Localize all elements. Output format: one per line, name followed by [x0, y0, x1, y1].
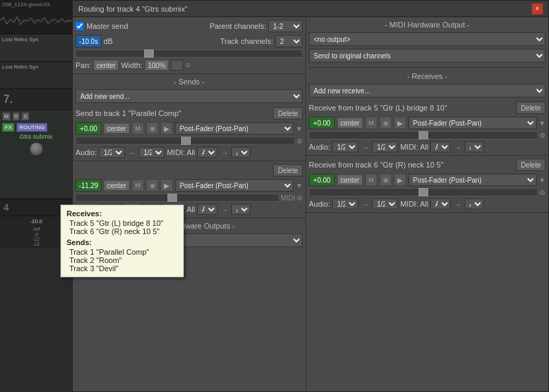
receive1-phase-button[interactable]: ⊕ — [379, 117, 392, 129]
receive1-slider[interactable] — [309, 131, 538, 139]
receive2-slider[interactable] — [309, 188, 538, 196]
track1-label: Lost Retro Syn — [2, 36, 70, 43]
right-panel: - MIDI Hardware Output - <no output> Sen… — [306, 17, 548, 391]
receive1-play-button[interactable]: ▶ — [394, 117, 406, 129]
send1-play-button[interactable]: ▶ — [161, 122, 173, 135]
parent-channels-select[interactable]: 1-2 — [268, 20, 303, 32]
r-button[interactable]: R — [12, 112, 21, 121]
send1-gear-icon[interactable]: ⚙ — [296, 137, 303, 145]
send1-mode-select[interactable]: Post-Fader (Post-Pan) — [175, 122, 294, 135]
midi-hw-channel-select[interactable]: Send to original channels — [309, 49, 546, 62]
receives-section: - Receives - Add new receive... Receive … — [306, 70, 548, 213]
dialog-title: Routing for track 4 "Gtrs submix" — [78, 5, 187, 13]
midi-hw-label: - MIDI Hardware Output - — [306, 19, 548, 31]
receive2-mode-select[interactable]: Post-Fader (Post-Pan) — [408, 174, 537, 186]
db12-label: -12 — [32, 237, 39, 242]
receive2-phase-button[interactable]: ⊕ — [379, 174, 392, 186]
receive1-midi-arrow: → — [453, 143, 463, 151]
s-button[interactable]: S — [21, 112, 29, 121]
track-channels-select[interactable]: 2 — [275, 35, 303, 47]
width-label: Width: — [121, 61, 142, 69]
send2-gear-icon[interactable]: ⚙ — [296, 194, 303, 202]
receive1-all-select[interactable]: All — [465, 141, 484, 152]
receive1-block: Receive from track 5 "Gtr (L) bridge 8 1… — [306, 99, 548, 156]
send2-play-button[interactable]: ▶ — [161, 179, 173, 192]
receives-section-label: - Receives - — [306, 70, 548, 82]
tooltip-popup: Receives: Track 5 "Gtr (L) bridge 8 10" … — [60, 205, 184, 277]
receive1-value[interactable]: +0.00 — [309, 117, 335, 129]
receive1-audio-label: Audio: — [309, 143, 330, 151]
send1-slider[interactable] — [75, 137, 295, 145]
fx-button[interactable]: FX — [2, 123, 14, 132]
receive2-pan-button[interactable]: center — [337, 174, 363, 185]
send2-slider[interactable] — [75, 194, 279, 202]
receive1-gear-icon[interactable]: ⚙ — [539, 132, 546, 139]
width-button[interactable]: 100% — [145, 60, 170, 71]
send2-midi-select[interactable]: All — [197, 204, 218, 215]
send1-dropdown-arrow[interactable]: ▼ — [296, 125, 303, 132]
receive1-pan-button[interactable]: center — [337, 117, 363, 128]
receive2-delete-button[interactable]: Delete — [516, 159, 546, 171]
receive2-dropdown-arrow[interactable]: ▼ — [539, 176, 546, 184]
send1-audio-in[interactable]: 1/2 — [99, 147, 125, 158]
track2-label: Lost Retro Syn — [2, 64, 70, 70]
send2-midi-arrow: → — [220, 206, 229, 214]
m-button[interactable]: M — [2, 112, 11, 121]
midi-hw-section: - MIDI Hardware Output - <no output> Sen… — [306, 17, 548, 65]
receive1-arrow: → — [360, 143, 370, 151]
pan-label: Pan: — [75, 61, 91, 69]
pan-button[interactable]: center — [93, 60, 119, 71]
receive2-audio-in[interactable]: 1/2 — [332, 198, 358, 209]
master-send-checkbox-label[interactable]: Master send — [75, 22, 128, 30]
send1-delete-button[interactable]: Delete — [273, 107, 303, 119]
receive1-m-button[interactable]: M — [365, 117, 377, 129]
gear-icon-master[interactable]: ⚙ — [185, 62, 191, 69]
master-send-checkbox[interactable] — [75, 22, 84, 30]
add-send-select[interactable]: Add new send... — [75, 89, 303, 103]
receive2-play-button[interactable]: ▶ — [394, 174, 406, 186]
track-channels-label: Track channels: — [220, 37, 273, 45]
receive2-gear-icon[interactable]: ⚙ — [539, 189, 546, 196]
receive1-dropdown-arrow[interactable]: ▼ — [539, 119, 546, 127]
send2-mode-select[interactable]: Post-Fader (Post-Pan) — [175, 179, 294, 192]
send1-pan-button[interactable]: center — [104, 123, 130, 134]
send1-audio-out[interactable]: 1/2 — [139, 147, 165, 158]
close-button[interactable]: × — [532, 3, 543, 14]
send2-value[interactable]: -11.29 — [75, 179, 102, 192]
db-value: -10.0 — [30, 218, 42, 224]
receive1-delete-button[interactable]: Delete — [516, 102, 546, 114]
receive1-mode-select[interactable]: Post-Fader (Post-Pan) — [408, 117, 537, 129]
send2-phase-button[interactable]: ⊕ — [146, 179, 159, 192]
tooltip-receives-title: Receives: — [67, 209, 178, 218]
db-input[interactable]: -10.0s — [75, 35, 102, 47]
send2-midi-label: MIDI — [281, 194, 295, 202]
receive2-value[interactable]: +0.00 — [309, 174, 335, 186]
send2-all-select[interactable]: All — [231, 204, 250, 215]
receive2-m-button[interactable]: M — [365, 174, 377, 186]
receive1-midi-select[interactable]: All — [430, 141, 451, 152]
send1-value[interactable]: +0.00 — [75, 122, 102, 135]
master-slider[interactable] — [73, 49, 305, 58]
receive2-midi-select[interactable]: All — [430, 198, 451, 209]
receive2-arrow: → — [360, 200, 370, 208]
routing-button[interactable]: ROUTING — [16, 123, 47, 132]
send1-m-button[interactable]: M — [132, 122, 144, 135]
send2-m-button[interactable]: M — [132, 179, 144, 192]
send1-phase-button[interactable]: ⊕ — [146, 122, 159, 135]
volume-knob[interactable] — [30, 142, 43, 156]
receive1-midi-label: MIDI: All — [400, 143, 428, 151]
tooltip-receive-item-1: Track 5 "Gtr (L) bridge 8 10" — [67, 219, 178, 227]
receive1-audio-in[interactable]: 1/2 — [332, 141, 358, 152]
receive2-audio-out[interactable]: 1/2 — [372, 198, 398, 209]
send1-arrow: → — [127, 149, 137, 157]
add-receive-select[interactable]: Add new receive... — [309, 84, 546, 97]
receive1-audio-out[interactable]: 1/2 — [372, 141, 398, 152]
width-slider-handle[interactable] — [171, 60, 183, 71]
send2-delete-button[interactable]: Delete — [273, 164, 303, 176]
send1-midi-select[interactable]: All — [197, 147, 218, 158]
send2-pan-button[interactable]: center — [104, 180, 130, 191]
send1-all-select[interactable]: All — [231, 147, 250, 158]
receive2-all-select[interactable]: All — [465, 198, 484, 209]
send2-dropdown-arrow[interactable]: ▼ — [296, 182, 303, 189]
midi-hw-output-select[interactable]: <no output> — [309, 32, 546, 46]
